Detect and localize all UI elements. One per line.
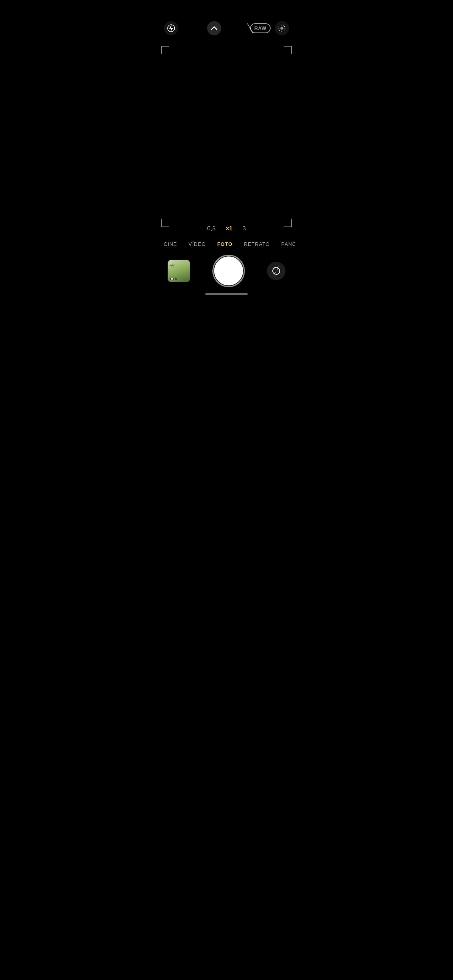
mode-foto[interactable]: FOTO (212, 239, 238, 249)
svg-marker-0 (169, 25, 173, 32)
mode-cine[interactable]: CINE (158, 239, 183, 249)
thumbnail-button[interactable]: Tu Hey (168, 259, 190, 282)
home-indicator (205, 293, 248, 295)
chevron-up-icon (211, 26, 218, 31)
mode-panoramica[interactable]: PANORÁMICA (275, 239, 295, 249)
zoom-0.5-button[interactable]: 0,5 (207, 225, 216, 232)
raw-label: RAW (254, 25, 266, 31)
corner-tl (161, 46, 169, 54)
mode-bar: LENTA CINE VÍDEO FOTO RETRATO PANORÁMICA (158, 239, 295, 249)
top-bar: RAW (158, 0, 295, 39)
chevron-up-button[interactable] (207, 21, 221, 35)
zoom-bar: 0,5 ×1 3 (158, 225, 295, 232)
mode-retrato[interactable]: RETRATO (238, 239, 275, 249)
flip-camera-button[interactable] (267, 262, 285, 280)
mode-video[interactable]: VÍDEO (183, 239, 212, 249)
thumbnail-badge (170, 278, 177, 280)
viewfinder (158, 39, 295, 234)
flash-icon (167, 24, 175, 32)
shutter-outer (212, 255, 245, 287)
raw-button[interactable]: RAW (250, 23, 270, 33)
live-photo-icon (278, 24, 286, 32)
corner-tr (284, 46, 292, 54)
badge-dot-1 (171, 278, 173, 280)
shutter-button[interactable] (214, 256, 243, 285)
zoom-1x-button[interactable]: ×1 (226, 225, 232, 232)
flash-button[interactable] (164, 21, 178, 35)
live-photo-button[interactable] (275, 21, 289, 35)
zoom-3x-button[interactable]: 3 (242, 225, 246, 232)
bottom-controls: Tu Hey (158, 255, 295, 287)
thumbnail-message: Hey (170, 264, 188, 267)
flip-camera-icon (271, 266, 281, 276)
thumbnail-image: Tu Hey (168, 260, 190, 282)
badge-dot-2 (174, 278, 175, 280)
